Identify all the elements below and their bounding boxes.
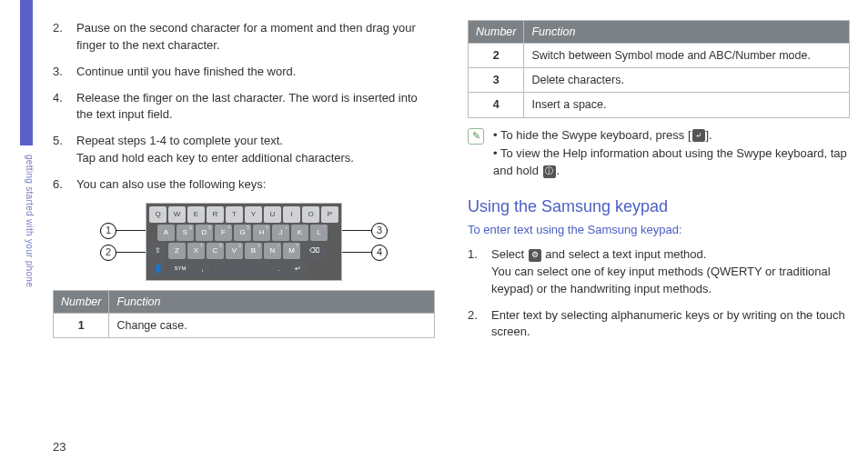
section-subhead: To enter text using the Samsung keypad: [468,222,850,239]
swype-info-key-icon: ⓘ [543,165,556,178]
keypad-key: 👤 [149,261,167,277]
keypad-key [213,261,268,277]
callout-2: 2 [100,245,116,261]
keypad-key: T2 [226,206,243,223]
td-num: 1 [54,313,109,337]
callout-4: 4 [371,245,388,261]
td-fn: Change case. [109,313,435,337]
keypad-key: ⌫ [302,243,326,259]
keypad-key: F4 [215,225,232,241]
keypad-key: N/ [264,243,281,259]
th-function: Function [109,290,435,313]
keypad-key: A [157,225,175,241]
side-chapter-label: getting started with your phone [18,155,35,336]
step-text: Release the finger on the last character… [76,90,435,125]
note-item: To hide the Swype keyboard, press [⤶]. [493,127,850,145]
page-content: 2.Pause on the second character for a mo… [53,20,850,470]
th-number: Number [469,21,524,44]
td-num: 3 [469,68,524,93]
keypad-key: W@ [168,206,186,223]
keypad-key: K: [291,225,308,241]
step-text: Enter text by selecting alphanumeric key… [491,307,850,342]
note-item: To view the Help information about using… [493,145,850,180]
keypad-key: O( [302,206,319,223]
keypad-key: B0 [245,243,262,259]
step-num: 3. [53,64,76,81]
th-function: Function [524,21,850,44]
keypad-key: QEN [149,206,167,223]
keypad-key: J+ [272,225,289,241]
section-heading: Using the Samsung keypad [468,195,850,218]
keypad-key: L" [310,225,328,241]
function-table-left: NumberFunction 1Change case. [53,290,435,338]
keypad-key: Z [168,243,186,259]
keypad-key: I% [283,206,300,223]
td-fn: Switch between Symbol mode and ABC/Numbe… [524,44,850,68]
step-num: 5. [53,133,76,167]
keypad-illustration: 1 2 QENW@E#R1T2Y3U_I%O(P) AS&D$F4G5H6J+K… [53,203,435,281]
step-num: 2. [53,20,76,55]
step-num: 4. [53,90,76,125]
keypad-key: ⇧ [149,243,167,259]
side-color-tab [20,0,33,145]
step-text: Continue until you have finished the wor… [76,64,435,81]
callout-1: 1 [100,223,116,239]
keypad-key: R1 [207,206,224,223]
keypad-key: V9 [226,243,243,259]
keypad-key: . [270,261,288,277]
step-text: Pause on the second character for a mome… [76,20,435,55]
keypad-key: , [194,261,211,277]
callout-3: 3 [371,223,388,239]
keypad-key: D$ [196,225,213,241]
td-fn: Delete characters. [524,68,850,93]
function-table-right: NumberFunction 2Switch between Symbol mo… [468,20,850,118]
keypad-key: X7 [187,243,205,259]
swype-keypad: QENW@E#R1T2Y3U_I%O(P) AS&D$F4G5H6J+K:L" … [146,203,342,281]
keypad-key: SYM [168,261,192,277]
keypad-key: U_ [264,206,281,223]
keypad-key: H6 [253,225,270,241]
note-box: ✎ To hide the Swype keyboard, press [⤶].… [468,127,850,183]
keypad-key: Y3 [245,206,262,223]
page-number: 23 [53,440,66,454]
swype-steps: 2.Pause on the second character for a mo… [53,20,435,194]
step-num: 2. [468,307,491,342]
samsung-steps: 1. Select ⚙ and select a text input meth… [468,246,850,341]
keypad-key: S& [177,225,194,241]
td-fn: Insert a space. [524,93,850,117]
keypad-key: ↵ [289,261,307,277]
step-num: 1. [468,246,491,298]
keypad-key: E# [187,206,205,223]
gear-icon: ⚙ [529,249,541,262]
right-column: NumberFunction 2Switch between Symbol mo… [468,20,850,470]
td-num: 4 [469,93,524,117]
keypad-key: G5 [234,225,251,241]
note-icon: ✎ [468,128,484,145]
step-num: 6. [53,176,76,194]
back-key-icon: ⤶ [692,129,705,142]
keypad-key: M? [283,243,300,259]
step-text: You can also use the following keys: [76,176,435,194]
keypad-key: C8 [207,243,224,259]
step-text: Repeat steps 1-4 to complete your text. … [76,133,435,167]
left-column: 2.Pause on the second character for a mo… [53,20,435,470]
keypad-key: P) [321,206,338,223]
th-number: Number [54,290,109,313]
step-text: Select ⚙ and select a text input method.… [491,246,850,298]
td-num: 2 [469,44,524,68]
